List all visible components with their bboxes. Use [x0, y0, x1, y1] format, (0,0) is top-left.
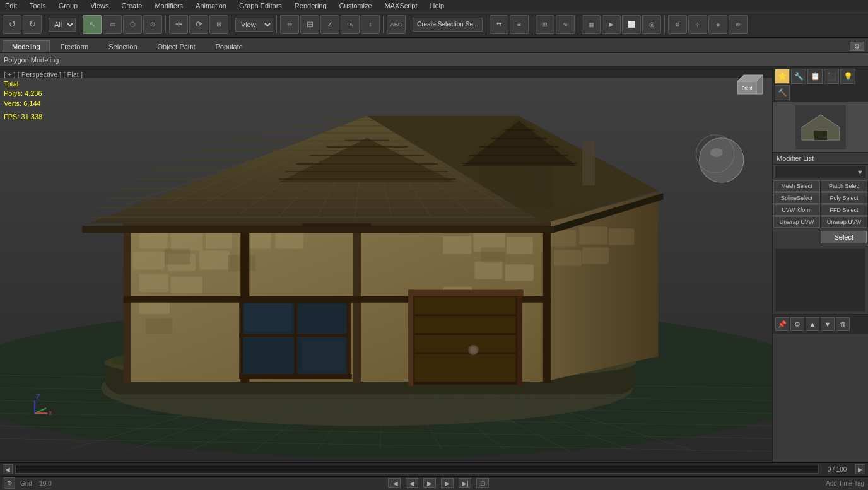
scale-btn[interactable]: ⊠ [209, 15, 228, 34]
timeline-frame-info: 0 / 100 [821, 466, 853, 473]
menu-create[interactable]: Create [119, 2, 144, 9]
object-preview [773, 102, 868, 153]
tab-populate[interactable]: Populate [206, 40, 252, 52]
tab-freeform[interactable]: Freeform [51, 40, 98, 52]
timeline-collapse-btn[interactable]: ◀ [3, 464, 13, 474]
svg-rect-70 [239, 298, 243, 376]
select-region-btn[interactable]: ▭ [103, 15, 122, 34]
go-start-btn[interactable]: |◀ [388, 478, 401, 488]
timeline-expand-btn[interactable]: ▶ [855, 464, 865, 474]
status-icon[interactable]: ⚙ [4, 477, 15, 489]
panel-tab-display2[interactable]: 💡 [840, 69, 855, 84]
fps-label: FPS: [4, 113, 19, 120]
modifier-ffd-select[interactable]: FFD Select [821, 204, 867, 216]
modifier-unwrap-uvw2[interactable]: Unwrap UVW [821, 216, 867, 228]
modifier-dropdown-arrow[interactable]: ▼ [857, 168, 864, 176]
panel-configure-btn[interactable]: ⚙ [790, 317, 804, 331]
curve-editor-btn[interactable]: ∿ [556, 15, 575, 34]
svg-rect-37 [474, 261, 502, 279]
material-editor-btn[interactable]: ◎ [642, 15, 661, 34]
extra4-btn[interactable]: ⊛ [729, 15, 748, 34]
menu-group[interactable]: Group [56, 2, 81, 9]
play-btn[interactable]: ▶ [423, 478, 436, 488]
render-frame-btn[interactable]: ⬜ [622, 15, 641, 34]
panel-move-down-btn[interactable]: ▼ [821, 317, 835, 331]
panel-move-up-btn[interactable]: ▲ [806, 317, 819, 331]
move-btn[interactable]: ✛ [169, 15, 188, 34]
paint-select-btn[interactable]: ⊙ [143, 15, 162, 34]
menu-help[interactable]: Help [428, 2, 447, 9]
menu-modifiers[interactable]: Modifiers [152, 2, 185, 9]
undo-btn[interactable]: ↺ [3, 15, 21, 34]
modifier-uvw-xform[interactable]: UVW Xform [773, 204, 820, 216]
menu-tools[interactable]: Tools [27, 2, 49, 9]
select-btn[interactable]: ↖ [83, 15, 102, 34]
prev-frame-btn[interactable]: ◀ [406, 478, 418, 488]
tab-object-paint[interactable]: Object Paint [148, 40, 205, 52]
mirror-btn[interactable]: ⇔ [280, 15, 299, 34]
svg-rect-50 [554, 250, 582, 265]
menu-maxscript[interactable]: MAXScript [382, 2, 420, 9]
snap-btn[interactable]: ⊞ [300, 15, 319, 34]
panel-tab-display[interactable]: ⭐ [775, 69, 790, 84]
key-mode-btn[interactable]: ⊡ [476, 478, 489, 488]
menu-animation[interactable]: Animation [193, 2, 229, 9]
timeline-progress[interactable] [15, 465, 819, 474]
extra1-btn[interactable]: ⚙ [668, 15, 687, 34]
render-btn[interactable]: ▶ [602, 15, 621, 34]
panel-delete-btn[interactable]: 🗑 [836, 317, 850, 331]
menu-customize[interactable]: Customize [337, 2, 375, 9]
panel-tab-modify[interactable]: 🔧 [791, 69, 806, 84]
panel-tab-utilities[interactable]: 🔨 [775, 85, 790, 100]
verts-label: Verts: [4, 100, 21, 107]
menu-views[interactable]: Views [88, 2, 111, 9]
layer-manager-btn[interactable]: ⊞ [536, 15, 554, 34]
svg-rect-66 [408, 290, 413, 386]
panel-bottom-icons: 📌 ⚙ ▲ ▼ 🗑 [773, 314, 868, 334]
mirror2-btn[interactable]: ⇆ [490, 15, 508, 34]
filter-dropdown[interactable]: All [49, 18, 76, 32]
menu-graph-editors[interactable]: Graph Editors [237, 2, 284, 9]
modifier-mesh-select[interactable]: Mesh Select [773, 180, 820, 192]
panel-tab-hierarchy[interactable]: 📋 [807, 69, 823, 84]
svg-rect-139 [582, 141, 595, 185]
viewport[interactable]: [ + ] [ Perspective ] [ Flat ] Total Pol… [0, 67, 772, 462]
extra2-btn[interactable]: ⊹ [688, 15, 707, 34]
menu-edit[interactable]: Edit [3, 2, 20, 9]
lasso-btn[interactable]: ⬠ [123, 15, 142, 34]
select-button[interactable]: Select [821, 231, 867, 243]
go-end-btn[interactable]: ▶| [459, 478, 471, 488]
angle-snap-btn[interactable]: ∠ [320, 15, 339, 34]
panel-pin-btn[interactable]: 📌 [775, 317, 789, 331]
align-btn[interactable]: ≡ [510, 15, 529, 34]
modifier-patch-select[interactable]: Patch Selec [821, 180, 867, 192]
redo-btn[interactable]: ↻ [23, 15, 42, 34]
tab-selection[interactable]: Selection [99, 40, 146, 52]
create-selection-set-btn[interactable]: Create Selection Se... [413, 18, 483, 32]
tab-modeling[interactable]: Modeling [3, 40, 50, 52]
render-setup-btn[interactable]: ▦ [582, 15, 601, 34]
fps-value: 31.338 [21, 113, 43, 120]
menu-rendering[interactable]: Rendering [292, 2, 329, 9]
modifier-unwrap-uvw[interactable]: Unwrap UVW [773, 216, 820, 228]
named-selection-btn[interactable]: ABC [387, 15, 406, 34]
svg-rect-48 [579, 226, 607, 244]
svg-rect-41 [165, 248, 190, 264]
main-layout: [ + ] [ Perspective ] [ Flat ] Total Pol… [0, 67, 868, 462]
modifier-poly-select[interactable]: Poly Select [821, 192, 867, 204]
rotate-btn[interactable]: ⟳ [189, 15, 208, 34]
verts-value: 6,144 [23, 100, 41, 107]
customize-ribbon-btn[interactable]: ⚙ [850, 42, 864, 51]
percent-snap-btn[interactable]: % [341, 15, 360, 34]
view-dropdown[interactable]: View [235, 18, 273, 32]
panel-tab-motion[interactable]: ⬛ [824, 69, 839, 84]
svg-rect-49 [609, 228, 634, 245]
spinner-snap-btn[interactable]: ↕ [361, 15, 380, 34]
polygon-modeling-label: Polygon Modeling [4, 56, 59, 64]
svg-rect-79 [302, 339, 344, 370]
next-frame-btn[interactable]: ▶ [441, 478, 454, 488]
modifier-spline-select[interactable]: SplineSelect [773, 192, 820, 204]
extra3-btn[interactable]: ◈ [708, 15, 727, 34]
svg-rect-68 [408, 290, 524, 296]
viewport-nav-cube[interactable]: Front [734, 72, 766, 103]
